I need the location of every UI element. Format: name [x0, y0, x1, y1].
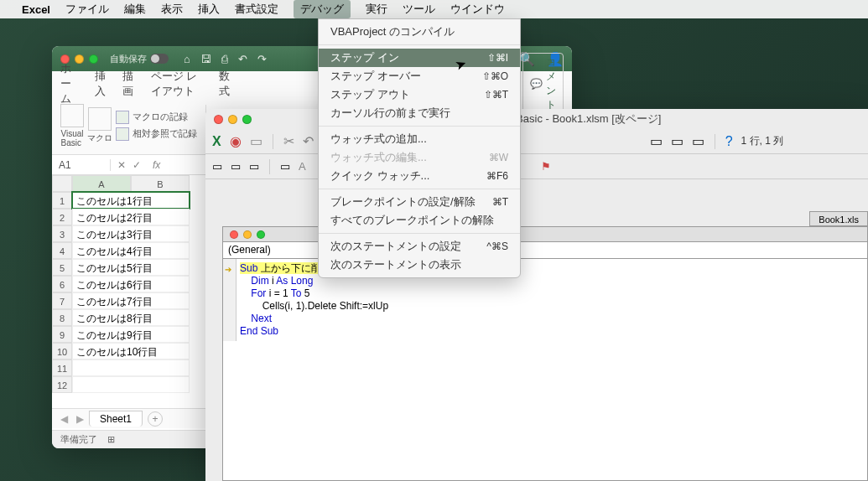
fx-icon[interactable]: fx	[148, 159, 165, 171]
tool-icon[interactable]: ▭	[250, 133, 262, 149]
menu-edit[interactable]: 編集	[124, 2, 146, 17]
menu-debug[interactable]: デバッグ	[294, 0, 351, 18]
app-name[interactable]: Excel	[22, 3, 50, 16]
menu-file[interactable]: ファイル	[65, 2, 109, 17]
name-box[interactable]: A1	[52, 159, 111, 171]
save-icon[interactable]: 🖫	[200, 53, 211, 65]
undo-icon[interactable]: ↶	[303, 133, 314, 149]
flag-icon[interactable]: ⚑	[541, 160, 551, 173]
menu-clear-breakpoints[interactable]: すべてのブレークポイントの解除	[319, 211, 520, 230]
menu-insert[interactable]: 挿入	[198, 2, 220, 17]
toggle-icon[interactable]	[150, 54, 169, 64]
autosave-toggle[interactable]: 自動保存	[110, 53, 169, 65]
undo-icon[interactable]: ↶	[238, 53, 247, 65]
save-icon[interactable]: ◉	[230, 133, 242, 149]
row-header[interactable]: 10	[52, 343, 72, 359]
cell[interactable]	[72, 376, 190, 393]
record-macro-button[interactable]: マクロの記録	[116, 111, 197, 124]
select-all-corner[interactable]	[52, 175, 72, 192]
row-header[interactable]: 7	[52, 292, 72, 309]
tab-home[interactable]: ホーム	[60, 61, 80, 106]
print-icon[interactable]: ⎙	[221, 53, 228, 65]
cell[interactable]: このセルは1行目	[72, 192, 190, 209]
excel-icon[interactable]: X	[212, 134, 221, 149]
cell[interactable]	[72, 359, 190, 376]
row-header[interactable]: 9	[52, 326, 72, 343]
cell[interactable]: このセルは5行目	[72, 259, 190, 276]
relative-ref-button[interactable]: 相対参照で記録	[116, 127, 197, 141]
row-header[interactable]: 4	[52, 242, 72, 259]
menu-quick-watch[interactable]: クイック ウォッチ...⌘F6	[319, 167, 520, 185]
menu-run-to-cursor[interactable]: カーソル行の前まで実行	[319, 104, 520, 122]
tool-icon[interactable]: ▭	[249, 160, 259, 173]
menu-format[interactable]: 書式設定	[235, 2, 278, 17]
tab-pagelayout[interactable]: ページ レイアウト	[151, 69, 205, 99]
cell[interactable]: このセルは6行目	[72, 276, 190, 292]
close-icon[interactable]	[214, 115, 223, 124]
tool-icon[interactable]: ▭	[280, 160, 290, 173]
menu-window[interactable]: ウインドウ	[450, 2, 505, 17]
tool-icon[interactable]: ▭	[212, 160, 222, 173]
tab-insert[interactable]: 挿入	[95, 69, 107, 99]
confirm-icon[interactable]: ✓	[133, 159, 141, 171]
cell[interactable]: このセルは9行目	[72, 326, 190, 343]
minimize-icon[interactable]	[243, 230, 252, 239]
minimize-icon[interactable]	[228, 115, 237, 124]
menu-view[interactable]: 表示	[161, 2, 183, 17]
maximize-icon[interactable]	[257, 230, 265, 239]
menu-step-over[interactable]: ステップ オーバー⇧⌘O	[319, 67, 520, 85]
tool-icon[interactable]: ▭	[671, 133, 683, 149]
col-header-a[interactable]: A	[72, 175, 131, 192]
tool-icon[interactable]: ▭	[692, 133, 704, 149]
tool-icon[interactable]: ▭	[650, 133, 663, 149]
row-header[interactable]: 2	[52, 209, 72, 225]
cell[interactable]: このセルは10行目	[72, 343, 190, 359]
vba-toolbar-2: ▭ ▭ ▭ ▭ A ⚑	[205, 154, 868, 179]
row-header[interactable]: 3	[52, 225, 72, 242]
help-icon[interactable]: ?	[725, 134, 733, 149]
menu-step-in[interactable]: ステップ イン⇧⌘I	[319, 49, 520, 67]
mac-menubar: Excel ファイル 編集 表示 挿入 書式設定 デバッグ 実行 ツール ウイン…	[0, 0, 868, 18]
next-sheet-icon[interactable]: ▶	[76, 413, 84, 425]
maximize-icon[interactable]	[89, 54, 98, 64]
cell[interactable]: このセルは4行目	[72, 242, 190, 259]
row-header[interactable]: 1	[52, 192, 72, 209]
accessibility-icon[interactable]: ⊞	[107, 434, 115, 445]
cancel-icon[interactable]: ✕	[117, 159, 126, 171]
home-icon[interactable]: ⌂	[184, 53, 190, 65]
menu-run[interactable]: 実行	[366, 2, 387, 17]
menu-add-watch[interactable]: ウォッチ式の追加...	[319, 130, 520, 148]
cell[interactable]: このセルは2行目	[72, 209, 190, 225]
add-sheet-button[interactable]: +	[148, 411, 163, 427]
row-header[interactable]: 8	[52, 309, 72, 326]
menu-set-next-statement[interactable]: 次のステートメントの設定^⌘S	[319, 237, 520, 256]
comment-button[interactable]: 💬コメント	[522, 53, 564, 115]
maximize-icon[interactable]	[242, 115, 252, 124]
cell[interactable]: このセルは7行目	[72, 292, 190, 309]
tool-icon[interactable]: ▭	[231, 160, 241, 173]
redo-icon[interactable]: ↷	[257, 53, 267, 65]
tab-draw[interactable]: 描画	[122, 69, 135, 99]
menu-edit-watch: ウォッチ式の編集...⌘W	[319, 148, 520, 167]
menu-toggle-breakpoint[interactable]: ブレークポイントの設定/解除⌘T	[319, 193, 520, 211]
tab-formula[interactable]: 数式	[219, 69, 231, 99]
row-header[interactable]: 12	[52, 376, 72, 393]
visual-basic-button[interactable]: Visual Basic	[60, 104, 84, 147]
cut-icon[interactable]: ✂	[283, 133, 294, 149]
menu-show-next-statement[interactable]: 次のステートメントの表示	[319, 256, 520, 274]
close-icon[interactable]	[230, 230, 238, 239]
row-header[interactable]: 11	[52, 359, 72, 376]
menu-compile[interactable]: VBAProject のコンパイル	[319, 23, 520, 41]
row-header[interactable]: 5	[52, 259, 72, 276]
row-header[interactable]: 6	[52, 276, 72, 292]
cell[interactable]: このセルは3行目	[72, 225, 190, 242]
book-tab[interactable]: Book1.xls	[809, 211, 868, 226]
macro-button[interactable]: マクロ	[87, 107, 112, 144]
cell[interactable]: このセルは8行目	[72, 309, 190, 326]
menu-tools[interactable]: ツール	[403, 2, 435, 17]
prev-sheet-icon[interactable]: ◀	[60, 413, 68, 425]
sheet-tab[interactable]: Sheet1	[89, 411, 143, 427]
relref-icon	[116, 127, 129, 141]
col-header-b[interactable]: B	[131, 175, 190, 192]
menu-step-out[interactable]: ステップ アウト⇧⌘T	[319, 85, 520, 104]
